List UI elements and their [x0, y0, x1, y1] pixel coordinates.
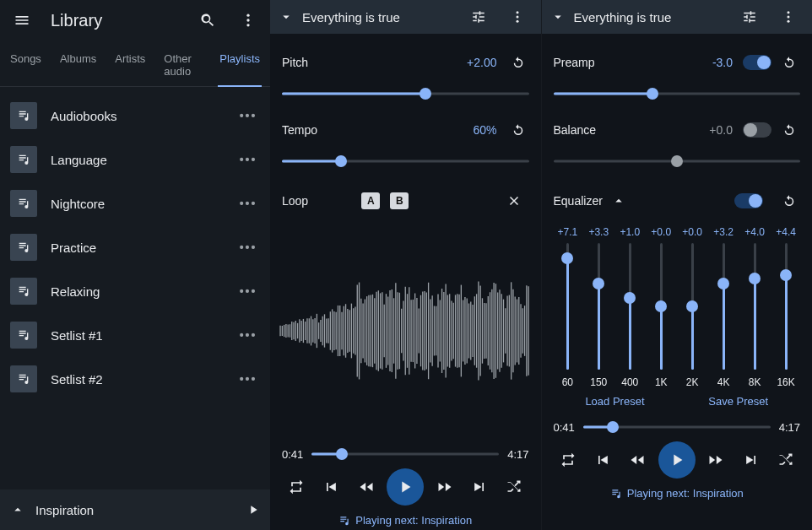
skip-prev-icon[interactable] [588, 446, 617, 474]
loop-clear-icon[interactable] [499, 186, 529, 216]
rewind-icon[interactable] [623, 446, 652, 474]
playing-next[interactable]: Playing next: Inspiration [554, 487, 801, 500]
tempo-slider[interactable] [282, 154, 529, 169]
eq-band-slider[interactable] [740, 243, 769, 370]
eq-band-slider[interactable] [709, 243, 738, 370]
menu-icon[interactable] [7, 5, 37, 35]
save-preset-button[interactable]: Save Preset [708, 395, 768, 408]
playing-next-label: Playing next: Inspiration [627, 487, 744, 500]
balance-toggle[interactable] [743, 122, 771, 138]
tab-other-audio[interactable]: Other audio [162, 47, 203, 86]
preamp-slider[interactable] [554, 86, 801, 101]
eq-gain: +3.3 [584, 226, 613, 238]
eq-band-slider[interactable] [678, 243, 706, 370]
chevron-up-icon[interactable] [611, 193, 626, 208]
rewind-icon[interactable] [352, 473, 381, 501]
preamp-row: Preamp -3.0 [554, 47, 801, 78]
more-icon[interactable] [233, 5, 263, 35]
shuffle-icon[interactable] [771, 446, 800, 474]
eq-band-slider[interactable] [615, 243, 644, 370]
play-icon[interactable] [246, 503, 260, 516]
skip-next-icon[interactable] [465, 473, 494, 501]
playlist-more-icon[interactable]: ••• [236, 109, 260, 122]
eq-band-slider[interactable] [584, 243, 613, 370]
pitch-slider[interactable] [282, 86, 529, 101]
playlist-name: Audiobooks [51, 109, 223, 123]
skip-next-icon[interactable] [737, 446, 766, 474]
panel-header: Everything is true [270, 0, 541, 34]
repeat-icon[interactable] [554, 446, 582, 474]
transport-controls [554, 441, 801, 479]
eq-preset-buttons: Load Preset Save Preset [554, 395, 801, 408]
track-title: Everything is true [574, 10, 727, 24]
eq-gain: +7.1 [554, 226, 582, 238]
play-button[interactable] [658, 441, 696, 479]
tune-icon[interactable] [463, 2, 494, 32]
tab-albums[interactable]: Albums [58, 47, 98, 86]
svg-point-137 [788, 16, 790, 19]
playlist-more-icon[interactable]: ••• [236, 153, 260, 166]
playing-next[interactable]: Playing next: Inspiration [282, 514, 529, 527]
playlist-name: Relaxing [51, 284, 223, 299]
equalizer-reset-icon[interactable] [778, 186, 800, 216]
shuffle-icon[interactable] [500, 473, 528, 501]
eq-freq: 16K [771, 376, 800, 388]
tab-songs[interactable]: Songs [8, 47, 43, 86]
tune-icon[interactable] [734, 2, 765, 32]
playlist-item[interactable]: Setlist #1 ••• [0, 313, 270, 357]
now-playing-bar[interactable]: Inspiration [0, 489, 270, 530]
seek-slider[interactable] [311, 446, 499, 462]
chevron-down-icon[interactable] [279, 9, 294, 24]
svg-point-136 [788, 11, 790, 14]
forward-icon[interactable] [430, 473, 459, 501]
tempo-reset-icon[interactable] [507, 115, 529, 145]
chevron-up-icon [10, 502, 25, 517]
playlist-more-icon[interactable]: ••• [236, 284, 260, 298]
preamp-reset-icon[interactable] [778, 47, 800, 78]
more-icon[interactable] [502, 2, 533, 32]
skip-prev-icon[interactable] [317, 473, 345, 501]
balance-slider[interactable] [554, 154, 801, 169]
loop-a-button[interactable]: A [361, 192, 380, 209]
more-icon[interactable] [773, 2, 804, 32]
search-icon[interactable] [192, 5, 223, 35]
pitch-value: +2.00 [467, 56, 506, 69]
load-preset-button[interactable]: Load Preset [585, 395, 644, 408]
seek-row: 0:41 4:17 [282, 446, 529, 462]
tab-playlists[interactable]: Playlists [218, 47, 262, 86]
playlist-item[interactable]: Language ••• [0, 138, 270, 181]
tab-artists[interactable]: Artists [113, 47, 147, 86]
eq-band-slider[interactable] [554, 243, 582, 370]
playlist-item[interactable]: Nightcore ••• [0, 181, 270, 225]
play-button[interactable] [387, 468, 424, 506]
chevron-down-icon[interactable] [550, 9, 566, 24]
eq-gain: +0.0 [678, 226, 706, 238]
preamp-value: -3.0 [712, 56, 743, 69]
playlist-more-icon[interactable]: ••• [236, 241, 260, 254]
playlist-item[interactable]: Setlist #2 ••• [0, 357, 270, 401]
preamp-toggle[interactable] [743, 55, 771, 70]
playlist-list: Audiobooks ••• Language ••• Nightcore ••… [0, 87, 270, 489]
eq-freq-labels: 60 150 400 1K 2K 4K 8K 16K [554, 376, 801, 388]
equalizer-toggle[interactable] [734, 193, 763, 208]
pitch-reset-icon[interactable] [507, 47, 529, 78]
playlist-more-icon[interactable]: ••• [236, 197, 260, 210]
eq-gain: +4.0 [740, 226, 769, 238]
playlist-more-icon[interactable]: ••• [236, 328, 260, 342]
balance-row: Balance +0.0 [554, 115, 801, 145]
balance-value: +0.0 [709, 123, 743, 137]
eq-band-slider[interactable] [647, 243, 675, 370]
loop-b-button[interactable]: B [390, 192, 409, 209]
seek-slider[interactable] [583, 419, 771, 435]
playlist-name: Setlist #2 [51, 372, 223, 387]
forward-icon[interactable] [701, 446, 730, 474]
playlist-icon [10, 102, 37, 129]
repeat-icon[interactable] [282, 473, 311, 501]
pitch-row: Pitch +2.00 [282, 47, 529, 78]
balance-reset-icon[interactable] [778, 115, 800, 145]
playlist-item[interactable]: Audiobooks ••• [0, 94, 270, 138]
playlist-item[interactable]: Relaxing ••• [0, 269, 270, 313]
playlist-more-icon[interactable]: ••• [236, 372, 260, 386]
playlist-item[interactable]: Practice ••• [0, 225, 270, 269]
eq-band-slider[interactable] [771, 243, 800, 370]
